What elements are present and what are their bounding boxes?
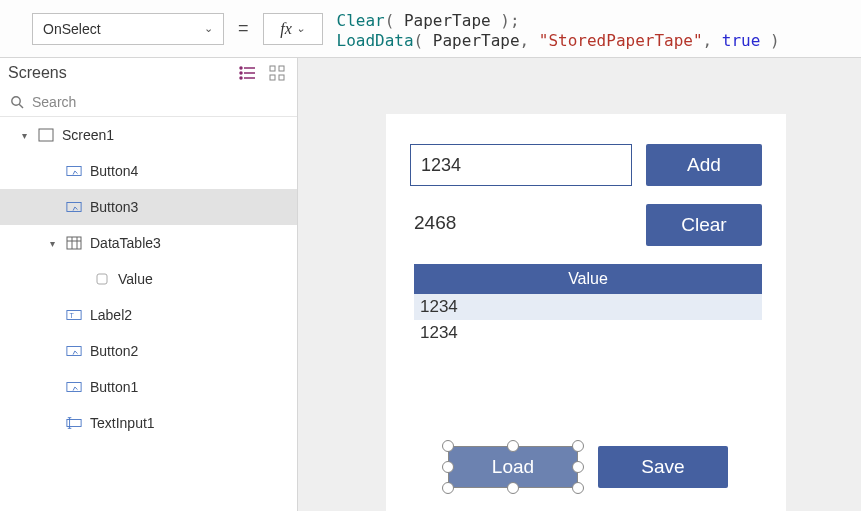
tree-view-pane: Screens ▾Screen1Button4Button3▾DataTable… [0, 58, 298, 511]
svg-rect-9 [279, 75, 284, 80]
app-preview: AddClear2468Value12341234LoadSave [386, 114, 786, 511]
caret-icon[interactable]: ▾ [46, 238, 58, 249]
svg-rect-13 [67, 167, 81, 176]
tree-list-icon[interactable] [239, 65, 257, 81]
svg-point-10 [12, 97, 20, 105]
col-icon [94, 271, 110, 287]
label2: 2468 [414, 212, 456, 234]
table-icon [66, 235, 82, 251]
datatable-row: 1234 [414, 294, 762, 320]
tree-list: ▾Screen1Button4Button3▾DataTable3ValueTL… [0, 117, 297, 441]
svg-rect-14 [67, 203, 81, 212]
tree-node-label: Button3 [90, 199, 138, 215]
svg-rect-22 [67, 347, 81, 356]
tree-node-value[interactable]: Value [0, 261, 297, 297]
tree-node-label2[interactable]: TLabel2 [0, 297, 297, 333]
property-dropdown[interactable]: OnSelect ⌄ [32, 13, 224, 45]
svg-point-4 [240, 72, 242, 74]
equals-sign: = [238, 18, 249, 39]
tree-node-button4[interactable]: Button4 [0, 153, 297, 189]
add-button[interactable]: Add [646, 144, 762, 186]
chevron-down-icon: ⌄ [204, 22, 213, 35]
tree-node-label: TextInput1 [90, 415, 155, 431]
design-canvas[interactable]: AddClear2468Value12341234LoadSave [298, 58, 861, 511]
datatable-header: Value [414, 264, 762, 294]
svg-rect-7 [279, 66, 284, 71]
label-icon: T [66, 307, 82, 323]
datatable-row: 1234 [414, 320, 762, 346]
formula-bar: OnSelect ⌄ = fx ⌄ Clear( PaperTape );Loa… [0, 0, 861, 58]
textinput-icon [66, 415, 82, 431]
tree-node-textinput1[interactable]: TextInput1 [0, 405, 297, 441]
search-input[interactable] [32, 94, 287, 110]
load-button[interactable]: Load [448, 446, 578, 488]
svg-rect-23 [67, 383, 81, 392]
tree-node-button2[interactable]: Button2 [0, 333, 297, 369]
tree-header: Screens [0, 58, 297, 88]
btn-icon [66, 379, 82, 395]
tree-node-label: Button2 [90, 343, 138, 359]
screen-icon [38, 127, 54, 143]
tree-node-screen1[interactable]: ▾Screen1 [0, 117, 297, 153]
svg-rect-24 [67, 419, 81, 426]
caret-icon[interactable]: ▾ [18, 130, 30, 141]
fx-label: fx [280, 20, 292, 38]
tree-node-label: Button4 [90, 163, 138, 179]
tree-node-label: Button1 [90, 379, 138, 395]
clear-button[interactable]: Clear [646, 204, 762, 246]
tree-node-button1[interactable]: Button1 [0, 369, 297, 405]
tree-node-button3[interactable]: Button3 [0, 189, 297, 225]
btn-icon [66, 199, 82, 215]
tree-search[interactable] [0, 88, 297, 117]
svg-rect-8 [270, 75, 275, 80]
svg-line-11 [19, 104, 23, 108]
fx-button[interactable]: fx ⌄ [263, 13, 323, 45]
svg-point-3 [240, 67, 242, 69]
btn-icon [66, 343, 82, 359]
tree-node-label: Label2 [90, 307, 132, 323]
textinput1[interactable] [410, 144, 632, 186]
tree-node-datatable3[interactable]: ▾DataTable3 [0, 225, 297, 261]
svg-rect-15 [67, 237, 81, 249]
btn-icon [66, 163, 82, 179]
property-name: OnSelect [43, 21, 101, 37]
search-icon [10, 95, 24, 109]
formula-input[interactable]: Clear( PaperTape );LoadData( PaperTape, … [337, 5, 861, 53]
tree-title: Screens [8, 64, 67, 82]
svg-point-5 [240, 77, 242, 79]
datatable3: Value12341234 [414, 264, 762, 346]
save-button[interactable]: Save [598, 446, 728, 488]
tree-grid-icon[interactable] [269, 65, 285, 81]
svg-rect-12 [39, 129, 53, 141]
tree-node-label: Value [118, 271, 153, 287]
svg-text:T: T [70, 312, 75, 320]
svg-rect-19 [97, 274, 107, 284]
chevron-down-icon: ⌄ [296, 22, 305, 35]
svg-rect-6 [270, 66, 275, 71]
tree-node-label: Screen1 [62, 127, 114, 143]
tree-node-label: DataTable3 [90, 235, 161, 251]
